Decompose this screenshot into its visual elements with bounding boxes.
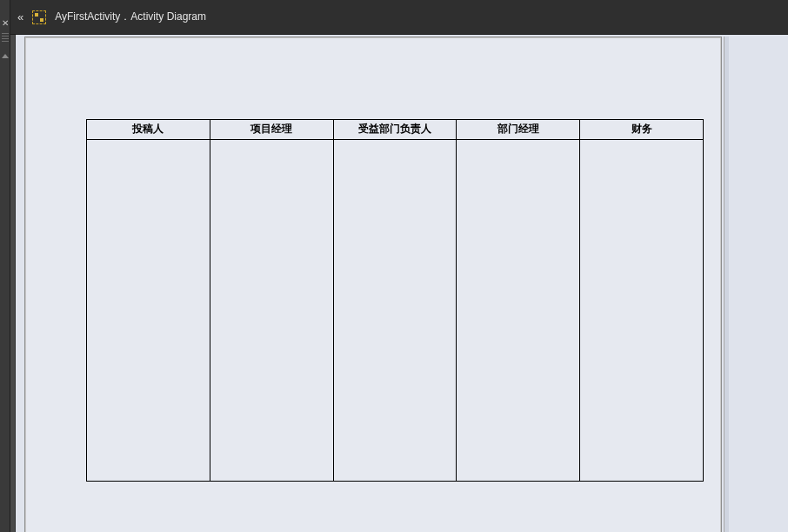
swimlane-body[interactable]: [210, 140, 334, 481]
swimlane-header[interactable]: 受益部门负责人: [334, 120, 457, 139]
swimlane-body[interactable]: [457, 140, 580, 481]
scroll-up-icon[interactable]: [2, 54, 9, 58]
editor-tab-title[interactable]: AyFirstActivity．Activity Diagram: [55, 10, 206, 24]
swimlane-header[interactable]: 部门经理: [457, 120, 580, 139]
diagram-page[interactable]: 投稿人 项目经理 受益部门负责人 部门经理 财务: [24, 37, 722, 532]
swimlane-container[interactable]: 投稿人 项目经理 受益部门负责人 部门经理 财务: [86, 119, 704, 482]
editor-area: 投稿人 项目经理 受益部门负责人 部门经理 财务: [10, 35, 788, 532]
swimlane-header[interactable]: 投稿人: [87, 120, 210, 139]
swimlane-body[interactable]: [580, 140, 703, 481]
swimlane-body-row: [87, 140, 703, 481]
editor-tabbar: « AyFirstActivity．Activity Diagram: [10, 0, 788, 35]
swimlane-header-row: 投稿人 项目经理 受益部门负责人 部门经理 财务: [87, 120, 703, 140]
drag-handle-icon[interactable]: [2, 33, 9, 42]
swimlane-header[interactable]: 财务: [580, 120, 703, 139]
page-edge-strip: [724, 37, 729, 532]
swimlane-header[interactable]: 项目经理: [210, 120, 334, 139]
collapse-chevrons-icon[interactable]: «: [17, 10, 23, 24]
swimlane-body[interactable]: [87, 140, 210, 481]
activity-diagram-icon: [32, 10, 46, 24]
close-panel-button[interactable]: ✕: [0, 17, 10, 30]
diagram-canvas[interactable]: 投稿人 项目经理 受益部门负责人 部门经理 财务: [16, 35, 788, 532]
swimlane-body[interactable]: [334, 140, 457, 481]
left-gutter: ✕: [0, 0, 10, 532]
